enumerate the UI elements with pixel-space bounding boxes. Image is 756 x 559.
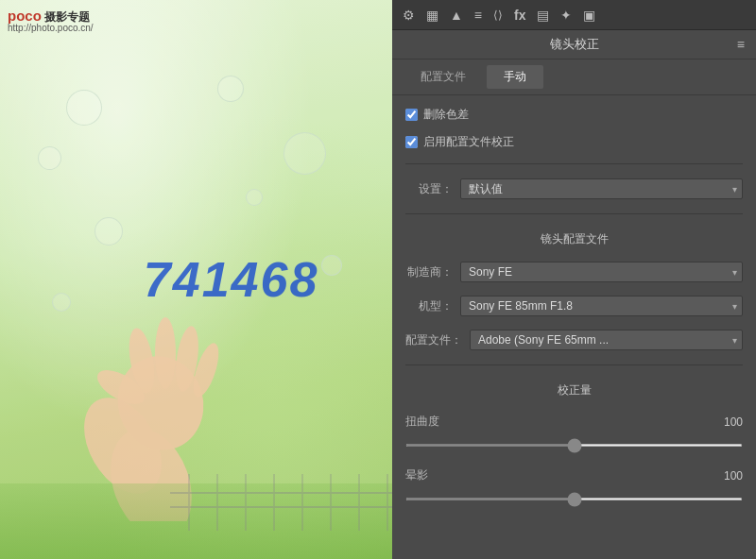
profile-row: 配置文件： Adobe (Sony FE 65mm ... Adobe (Son… [405,327,743,353]
bubble [246,189,263,206]
poco-url: http://photo.poco.cn/ [8,23,94,33]
checkbox-use-profile: 启用配置文件校正 [405,132,743,152]
settings-select[interactable]: 默认值 自定义 [460,178,743,199]
vignetting-value: 100 [724,469,743,483]
toolbar-icon-star[interactable]: ✦ [558,6,575,25]
panel-content: 删除色差 启用配置文件校正 设置： 默认值 自定义 ▾ 镜头配置文件 制造商： [392,95,756,559]
divider-3 [405,364,743,365]
settings-row: 设置： 默认值 自定义 ▾ [405,176,743,202]
toolbar-icon-fx[interactable]: fx [511,6,528,25]
bubble [284,132,326,175]
vignetting-row: 晕影 100 [405,464,743,510]
lens-profile-section-title: 镜头配置文件 [405,226,743,251]
toolbar-icon-details[interactable]: ▤ [534,6,552,25]
vignetting-label: 晕影 [405,467,428,483]
profile-dropdown-wrapper: Adobe (Sony FE 65mm ... Adobe (Sony FE 8… [470,330,743,350]
remove-ca-label: 删除色差 [423,107,469,123]
model-label: 机型： [405,298,453,314]
manufacturer-label: 制造商： [405,264,453,280]
toolbar-icon-list[interactable]: ≡ [472,6,485,25]
use-profile-label: 启用配置文件校正 [423,134,514,150]
distortion-slider[interactable] [405,444,743,447]
distortion-value: 100 [724,415,743,429]
settings-dropdown-wrapper: 默认值 自定义 ▾ [460,178,743,199]
bubble [38,146,61,170]
vignetting-slider[interactable] [405,498,743,500]
svg-point-4 [155,317,176,389]
right-panel: ⚙ ▦ ▲ ≡ ⟨⟩ fx ▤ ✦ ▣ 镜头校正 ≡ 配置文件 手动 删除色差 … [392,0,756,559]
manufacturer-row: 制造商： Sony FE Canon Nikon Sigma ▾ [405,259,743,285]
profile-label: 配置文件： [405,332,462,348]
photo-panel: poco 摄影专题 http://photo.poco.cn/ 741468 [0,0,392,559]
tab-profile[interactable]: 配置文件 [404,65,483,89]
bubble [217,76,244,102]
toolbar: ⚙ ▦ ▲ ≡ ⟨⟩ fx ▤ ✦ ▣ [392,0,756,30]
correction-section-title: 校正量 [405,377,743,402]
tabs: 配置文件 手动 [392,59,756,95]
distortion-row: 扭曲度 100 [405,410,743,456]
bubble [321,255,342,276]
toolbar-icon-grid[interactable]: ▦ [423,6,441,25]
panel-title: 镜头校正 [550,36,599,53]
toolbar-icon-curves[interactable]: ⟨⟩ [490,7,506,24]
divider-1 [405,163,743,164]
manufacturer-select[interactable]: Sony FE Canon Nikon Sigma [460,262,743,282]
remove-ca-checkbox[interactable] [405,109,418,121]
toolbar-icon-transform[interactable]: ▣ [580,6,598,25]
divider-2 [405,213,743,214]
checkbox-remove-ca: 删除色差 [405,105,743,125]
distortion-label: 扭曲度 [405,414,439,430]
model-row: 机型： Sony FE 85mm F1.8 Sony FE 50mm F1.8 … [405,293,743,319]
toolbar-icon-histogram[interactable]: ▲ [447,6,466,25]
manufacturer-dropdown-wrapper: Sony FE Canon Nikon Sigma ▾ [460,262,743,282]
toolbar-icon-settings[interactable]: ⚙ [400,6,418,25]
panel-menu-icon[interactable]: ≡ [737,37,745,52]
model-dropdown-wrapper: Sony FE 85mm F1.8 Sony FE 50mm F1.8 Sony… [460,296,743,316]
panel-header: 镜头校正 ≡ [392,30,756,59]
use-profile-checkbox[interactable] [405,136,418,148]
fence [170,474,392,531]
tab-manual[interactable]: 手动 [487,65,543,89]
model-select[interactable]: Sony FE 85mm F1.8 Sony FE 50mm F1.8 Sony… [460,296,743,316]
settings-label: 设置： [405,181,453,197]
profile-select[interactable]: Adobe (Sony FE 65mm ... Adobe (Sony FE 8… [470,330,743,350]
bubble [66,90,102,126]
